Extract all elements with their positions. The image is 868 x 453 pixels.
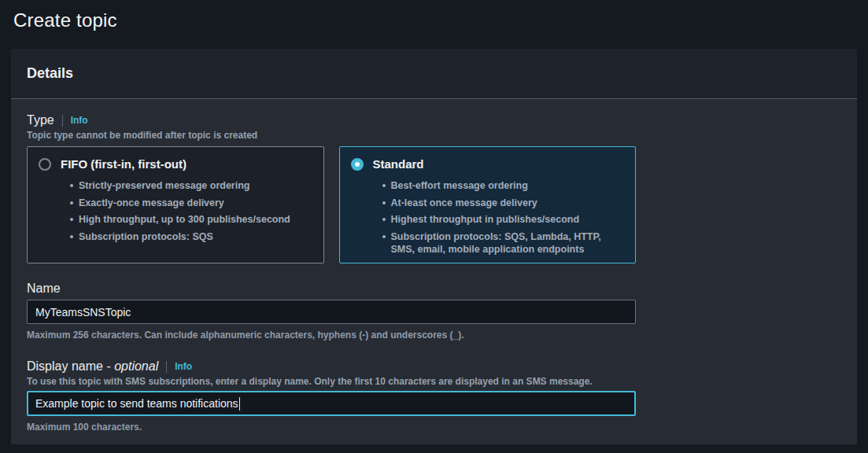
tile-fifo-title-row: FIFO (first-in, first-out): [39, 157, 312, 171]
list-item: Subscription protocols: SQS: [70, 230, 312, 243]
display-name-input-value: Example topic to send teams notification…: [35, 397, 238, 410]
name-constraint-text: Maximum 256 characters. Can include alph…: [27, 330, 841, 341]
type-description: Topic type cannot be modified after topi…: [27, 130, 841, 141]
details-panel: Details Type Info Topic type cannot be m…: [11, 49, 857, 444]
label-divider: [62, 115, 63, 127]
tile-fifo-title: FIFO (first-in, first-out): [61, 157, 187, 171]
tile-standard-title: Standard: [373, 157, 424, 171]
display-name-input[interactable]: Example topic to send teams notification…: [27, 391, 636, 416]
tile-standard[interactable]: Standard Best-effort message ordering At…: [339, 146, 637, 263]
display-name-info-link[interactable]: Info: [175, 361, 192, 372]
display-name-constraint-text: Maximum 100 characters.: [27, 422, 841, 433]
list-item: Subscription protocols: SQS, Lambda, HTT…: [382, 230, 625, 256]
name-field: Name Maximum 256 characters. Can include…: [27, 282, 841, 341]
type-field: Type Info Topic type cannot be modified …: [27, 113, 841, 263]
list-item: Exactly-once message delivery: [70, 197, 312, 209]
tile-standard-title-row: Standard: [351, 157, 625, 171]
details-panel-body: Type Info Topic type cannot be modified …: [11, 99, 857, 433]
list-item: High throughput, up to 300 publishes/sec…: [70, 213, 312, 226]
type-label-row: Type Info: [27, 113, 841, 127]
list-item: Strictly-preserved message ordering: [70, 179, 312, 192]
display-name-description: To use this topic with SMS subscriptions…: [27, 376, 841, 387]
list-item: At-least once message delivery: [382, 197, 625, 209]
name-label: Name: [27, 282, 61, 296]
details-heading: Details: [27, 65, 73, 82]
type-label: Type: [27, 113, 54, 127]
list-item: Highest throughput in publishes/second: [382, 213, 625, 226]
standard-radio-button[interactable]: [351, 158, 364, 171]
name-label-row: Name: [27, 282, 841, 296]
optional-label: optional: [114, 359, 158, 373]
type-info-link[interactable]: Info: [71, 115, 88, 126]
label-divider: [166, 361, 167, 373]
display-name-label: Display name - optional: [27, 359, 158, 374]
tile-fifo-bullet-list: Strictly-preserved message ordering Exac…: [39, 179, 312, 243]
text-cursor: [239, 397, 241, 411]
name-input[interactable]: [27, 300, 636, 324]
details-panel-header: Details: [11, 49, 857, 99]
radio-dot: [355, 162, 360, 167]
display-name-field: Display name - optional Info To use this…: [27, 359, 841, 433]
tile-fifo[interactable]: FIFO (first-in, first-out) Strictly-pres…: [27, 146, 324, 263]
tile-standard-bullet-list: Best-effort message ordering At-least on…: [351, 179, 625, 256]
fifo-radio-button[interactable]: [39, 158, 51, 171]
topic-type-tiles: FIFO (first-in, first-out) Strictly-pres…: [27, 146, 636, 263]
list-item: Best-effort message ordering: [382, 179, 625, 192]
page-title: Create topic: [13, 9, 117, 31]
display-name-label-row: Display name - optional Info: [27, 359, 841, 374]
